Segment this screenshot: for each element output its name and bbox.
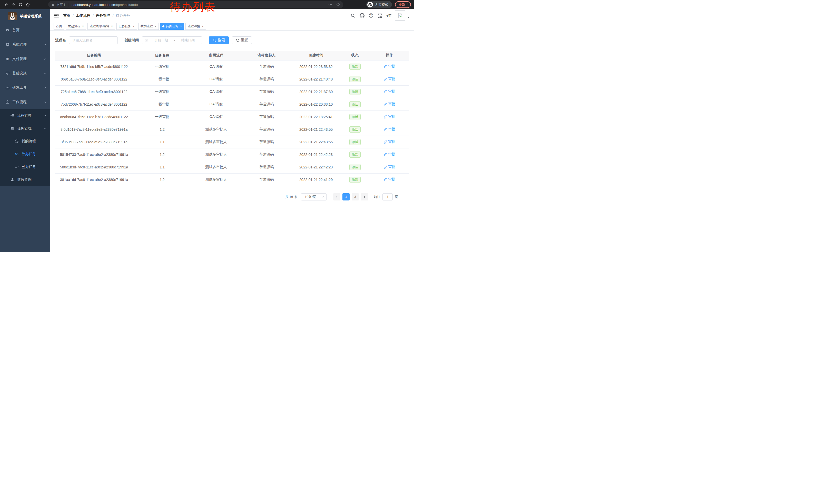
sidebar-item-label: 已办任务 [22,165,36,169]
approve-link[interactable]: 审批 [383,177,395,182]
sidebar-item-label: 首页 [12,28,19,33]
table-row: 58154733-7ac8-11ec-a9e2-a2380e71991a1.2测… [55,148,409,161]
cell-process: 测试多审批人 [191,173,241,186]
cell-task-name: 一级审批 [133,98,191,110]
sidebar-item-home[interactable]: 首页 [0,23,50,37]
next-page-button[interactable] [361,193,368,200]
tab-home[interactable]: 首页 [54,23,65,30]
bookmark-star-icon[interactable] [336,3,340,7]
page-button-1[interactable]: 1 [342,193,349,200]
table-row: 75d72608-7b7f-11ec-a3c8-acde48001122一级审批… [55,98,409,110]
tab-todo-task[interactable]: 待办任务× [160,23,184,30]
tab-start-process[interactable]: 发起流程× [66,23,86,30]
approve-link[interactable]: 审批 [383,114,395,119]
status-badge: 激活 [349,63,361,70]
close-icon[interactable]: × [82,25,84,28]
sidebar-toggle-button[interactable] [54,13,59,18]
browser-reload-button[interactable] [17,1,24,8]
cell-task-id: 73211d9d-7b9b-11ec-b5b7-acde48001122 [55,60,133,73]
breadcrumb-home[interactable]: 首页 [63,13,70,18]
close-icon[interactable]: × [111,25,113,28]
app-logo[interactable]: 芋道管理系统 [0,9,50,23]
page-size-select[interactable]: 10条/页 [301,193,327,200]
process-name-input[interactable] [69,36,118,44]
sidebar-item-infrastructure[interactable]: 基础设施 [0,66,50,81]
font-size-button[interactable]: TT [386,13,391,18]
breadcrumb-task-mgmt[interactable]: 任务管理 [96,13,110,18]
tab-label: 流程详情 [188,24,200,29]
approve-link[interactable]: 审批 [383,152,395,156]
edit-icon [383,115,387,119]
sidebar-item-process-mgmt[interactable]: 流程管理 [0,109,50,122]
status-badge: 激活 [349,89,361,95]
close-icon[interactable]: × [155,25,157,28]
org-tree-icon [10,126,14,131]
cell-action: 审批 [370,98,409,110]
tab-done-task[interactable]: 已办任务× [117,23,137,30]
address-bar[interactable]: 不安全 dashboard.yudao.iocoder.cn/bpm/task/… [48,1,343,8]
update-label: 更新 [399,2,405,7]
breadcrumb-workflow[interactable]: 工作流程 [76,13,90,18]
insecure-label: 不安全 [56,2,66,7]
sidebar-item-dev-tools[interactable]: 研发工具 [0,81,50,95]
goto-label: 前往 [374,194,380,199]
cell-task-id: a6aba0a4-7b6d-11ec-b781-acde48001122 [55,110,133,123]
tab-my-process[interactable]: 我的流程× [138,23,159,30]
sidebar-item-workflow[interactable]: 工作流程 [0,95,50,109]
goto-page-input[interactable] [382,193,393,200]
insecure-warning-icon [51,3,55,6]
approve-link[interactable]: 审批 [383,77,395,81]
browser-forward-button[interactable] [10,1,17,8]
sidebar-item-label: 任务管理 [17,126,32,131]
sidebar-item-task-mgmt[interactable]: 任务管理 [0,122,50,135]
close-icon[interactable]: × [133,25,135,28]
sidebar-item-payment[interactable]: ¥支付管理 [0,52,50,66]
tab-label: 我的流程 [140,24,153,29]
approve-link[interactable]: 审批 [383,139,395,144]
status-badge: 激活 [349,164,361,170]
gear-icon [5,43,9,47]
browser-back-button[interactable] [3,1,10,8]
date-range-picker[interactable]: 开始日期 - 结束日期 [142,36,202,44]
github-link[interactable] [359,13,365,18]
sidebar-item-my-process[interactable]: 我的流程 [0,135,50,148]
tab-process-detail[interactable]: 流程详情× [185,23,206,30]
page-button-2[interactable]: 2 [352,193,359,200]
sidebar-item-leave-query[interactable]: 请假查询 [0,173,50,186]
cell-status: 激活 [340,173,370,186]
prev-page-button[interactable] [333,193,340,200]
close-icon[interactable]: × [202,25,204,28]
incognito-icon [367,2,373,7]
cell-action: 审批 [370,73,409,85]
close-icon[interactable]: × [180,25,182,28]
approve-link[interactable]: 审批 [383,102,395,106]
help-button[interactable]: ? [368,13,373,18]
header-search-button[interactable] [350,13,356,18]
password-key-icon[interactable] [328,3,332,7]
sidebar-item-done-task[interactable]: 已办任务 [0,161,50,173]
tab-form-edit[interactable]: 流程表单-编辑× [87,23,115,30]
reset-button[interactable]: 重置 [232,36,252,44]
approve-link[interactable]: 审批 [383,64,395,69]
arrow-right-icon [363,195,366,198]
approve-link[interactable]: 审批 [383,165,395,169]
sidebar-item-todo-task[interactable]: 待办任务 [0,148,50,161]
avatar[interactable] [395,10,405,21]
approve-link[interactable]: 审批 [383,89,395,94]
cell-starter: 芋道源码 [241,98,292,110]
browser-home-button[interactable] [24,1,31,8]
avatar-menu-caret[interactable] [407,16,410,19]
fullscreen-button[interactable] [377,13,382,18]
svg-text:T: T [388,13,391,18]
table-row: 8f059c03-7ac8-11ec-a9e2-a2380e71991a1.1测… [55,136,409,148]
browser-update-button[interactable]: 更新 [395,1,411,8]
cell-create-time: 2022-01-22 23:53:32 [292,60,340,73]
approve-link[interactable]: 审批 [383,127,395,132]
svg-text:¥: ¥ [6,57,9,61]
cell-task-name: 1.2 [133,173,191,186]
browser-menu-icon[interactable] [408,3,408,6]
cell-create-time: 2022-01-21 22:42:23 [292,148,340,161]
search-button[interactable]: 搜索 [209,36,229,44]
sidebar-item-system[interactable]: 系统管理 [0,37,50,52]
browser-toolbar: 不安全 dashboard.yudao.iocoder.cn/bpm/task/… [0,0,414,9]
